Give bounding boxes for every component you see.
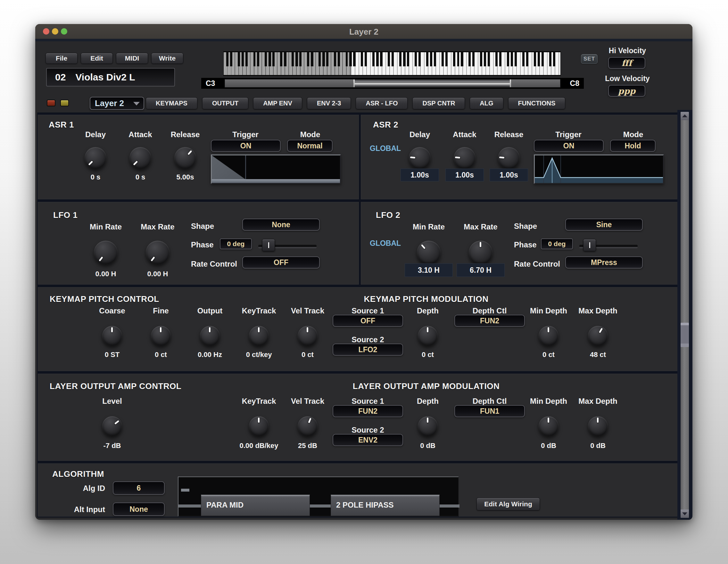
pitch-veltrack-knob[interactable]	[298, 326, 318, 346]
set-range-button[interactable]: SET	[581, 54, 598, 64]
amp-keytrack-knob[interactable]	[249, 416, 269, 436]
chevron-down-icon	[133, 102, 140, 105]
asr1-release-knob[interactable]	[174, 147, 196, 169]
program-name-display[interactable]: 02 Violas Div2 L	[46, 68, 175, 87]
knob-pointer	[418, 326, 438, 346]
keyboard-range-display[interactable]	[223, 51, 561, 76]
knob-pointer	[170, 143, 201, 173]
edit-alg-wiring-button[interactable]: Edit Alg Wiring	[476, 498, 540, 510]
asr1-trigger-button[interactable]: ON	[211, 140, 281, 152]
scrollbar-thumb[interactable]	[681, 323, 689, 347]
tab-keymaps[interactable]: KEYMAPS	[146, 97, 197, 109]
lfo1-phase-slider-handle[interactable]	[262, 239, 275, 251]
asr1-delay-value: 0 s	[91, 173, 101, 181]
pitch-output-knob[interactable]	[200, 326, 220, 346]
amp-max-depth-knob[interactable]	[588, 416, 608, 436]
amp-veltrack-knob[interactable]	[298, 416, 318, 436]
lfo1-minrate-value: 0.00 H	[95, 270, 116, 278]
low-velocity-button[interactable]: ppp	[608, 85, 645, 97]
lfo2-phase-field[interactable]: 0 deg	[541, 238, 573, 249]
lfo1-maxrate-label: Max Rate	[141, 222, 174, 231]
midi-menu-button[interactable]: MIDI	[116, 53, 148, 64]
knob-pointer	[249, 326, 269, 346]
tab-asr-lfo[interactable]: ASR - LFO	[356, 97, 408, 109]
lfo1-rate-control-button[interactable]: OFF	[242, 256, 320, 269]
amp-depth-knob[interactable]	[418, 416, 438, 436]
amp-source1-button[interactable]: FUN2	[333, 405, 403, 417]
tab-amp-env[interactable]: AMP ENV	[253, 97, 302, 109]
tab-env-23[interactable]: ENV 2-3	[307, 97, 351, 109]
lfo2-phase-slider-handle[interactable]	[583, 239, 596, 251]
asr1-mode-button[interactable]: Normal	[287, 140, 333, 152]
tab-alg[interactable]: ALG	[470, 97, 503, 109]
asr2-mode-button[interactable]: Hold	[610, 140, 656, 152]
scroll-up-icon[interactable]	[681, 112, 689, 120]
key-range-track[interactable]	[225, 79, 560, 87]
lfo1-minrate-knob[interactable]	[94, 241, 118, 264]
asr2-delay-knob[interactable]	[409, 147, 431, 169]
pitch-fine-knob[interactable]	[151, 326, 171, 346]
pitch-max-depth-knob[interactable]	[588, 326, 608, 346]
keyboard-black-keys	[224, 52, 560, 66]
lfo2-minrate-label: Min Rate	[413, 222, 445, 231]
alt-input-field[interactable]: None	[113, 502, 165, 516]
pitch-depth-ctl-button[interactable]: FUN2	[454, 315, 525, 327]
asr1-title: ASR 1	[49, 120, 74, 130]
alg-block-hipass[interactable]: 2 POLE HIPASS	[331, 495, 440, 516]
keymap-pitch-panel: KEYMAP PITCH CONTROL KEYMAP PITCH MODULA…	[38, 287, 679, 371]
alg-block-para-mid[interactable]: PARA MID	[201, 495, 310, 516]
pitch-source2-button[interactable]: LFO2	[333, 344, 403, 356]
asr2-release-knob[interactable]	[498, 147, 520, 169]
tab-output[interactable]: OUTPUT	[202, 97, 248, 109]
lfo1-shape-button[interactable]: None	[242, 219, 320, 231]
window-title: Layer 2	[349, 27, 378, 37]
asr2-envelope-plot	[535, 155, 663, 183]
layer-select-dropdown[interactable]: Layer 2	[90, 97, 144, 110]
pitch-depth-knob[interactable]	[418, 326, 438, 346]
asr2-attack-knob[interactable]	[454, 147, 476, 169]
tab-dsp-cntr[interactable]: DSP CNTR	[412, 97, 465, 109]
asr2-attack-value-box: 1.00s	[445, 169, 484, 181]
lfo1-maxrate-knob[interactable]	[146, 241, 170, 264]
yellow-indicator-led[interactable]	[60, 100, 69, 106]
pitch-min-depth-knob[interactable]	[539, 326, 558, 346]
edit-menu-button[interactable]: Edit	[81, 53, 113, 64]
lfo2-minrate-value-box: 3.10 H	[405, 263, 453, 277]
pitch-coarse-knob[interactable]	[102, 326, 122, 346]
amp-source2-button[interactable]: ENV2	[333, 434, 403, 446]
lfo1-phase-field[interactable]: 0 deg	[220, 238, 252, 249]
lfo2-shape-button[interactable]: Sine	[565, 219, 643, 231]
amp-source2-label: Source 2	[352, 426, 384, 435]
asr2-trigger-button[interactable]: ON	[534, 140, 604, 152]
amp-level-knob[interactable]	[102, 416, 122, 436]
pitch-depth-label: Depth	[417, 306, 439, 315]
scrollbar-track[interactable]	[681, 112, 689, 518]
zoom-icon[interactable]	[61, 28, 67, 35]
red-indicator-led[interactable]	[47, 100, 55, 106]
lfo2-minrate-knob[interactable]	[417, 241, 441, 264]
lfo2-rate-control-button[interactable]: MPress	[565, 256, 643, 269]
hi-velocity-button[interactable]: fff	[608, 57, 645, 69]
key-range-bar[interactable]: C3 C8	[201, 78, 584, 89]
lfo2-maxrate-knob[interactable]	[469, 241, 492, 264]
asr1-release-label: Release	[171, 130, 200, 139]
scroll-down-icon[interactable]	[681, 510, 689, 518]
amp-min-depth-knob[interactable]	[539, 416, 558, 436]
titlebar-divider	[35, 39, 692, 41]
pitch-source1-button[interactable]: OFF	[333, 315, 403, 327]
minimize-icon[interactable]	[52, 28, 58, 35]
close-icon[interactable]	[43, 28, 49, 35]
tab-functions[interactable]: FUNCTIONS	[508, 97, 566, 109]
write-menu-button[interactable]: Write	[151, 53, 183, 64]
amp-control-title: LAYER OUTPUT AMP CONTROL	[50, 381, 181, 391]
pitch-veltrack-label: Vel Track	[291, 306, 324, 315]
alg-id-field[interactable]: 6	[113, 481, 165, 495]
asr1-attack-knob[interactable]	[129, 147, 151, 169]
file-menu-button[interactable]: File	[45, 53, 78, 64]
range-segment-active[interactable]	[355, 79, 510, 87]
asr1-envelope-baseline	[212, 179, 340, 183]
amp-depth-ctl-button[interactable]: FUN1	[454, 405, 525, 417]
pitch-coarse-label: Coarse	[99, 306, 125, 315]
pitch-keytrack-knob[interactable]	[249, 326, 269, 346]
asr1-delay-knob[interactable]	[85, 147, 106, 169]
